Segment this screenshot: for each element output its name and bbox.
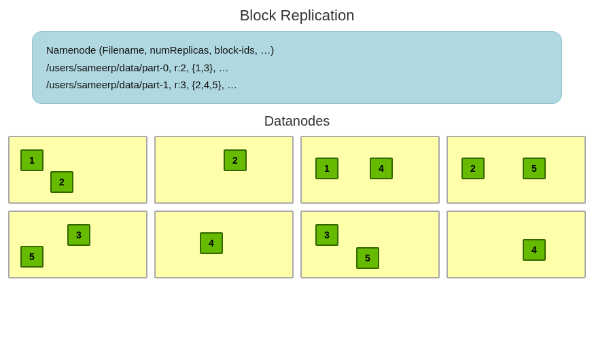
block-badge: 1	[20, 149, 43, 171]
block-badge: 2	[461, 158, 485, 179]
datanode-cell: 14	[300, 136, 440, 204]
datanode-cell: 25	[447, 136, 586, 204]
block-badge: 5	[356, 247, 379, 269]
datanodes-label: Datanodes	[0, 113, 594, 129]
block-badge: 4	[200, 232, 223, 254]
datanode-cell: 2	[154, 136, 294, 204]
namenode-line-2: /users/sameerp/data/part-0, r:2, {1,3}, …	[46, 59, 548, 77]
datanode-cell: 53	[8, 211, 147, 278]
datanode-cell: 35	[300, 211, 440, 278]
datanode-cell: 4	[154, 211, 294, 278]
namenode-line-1: Namenode (Filename, numReplicas, block-i…	[46, 41, 548, 59]
datanode-grid: 1221425534354	[8, 136, 586, 278]
namenode-box: Namenode (Filename, numReplicas, block-i…	[32, 31, 562, 104]
block-badge: 5	[20, 246, 43, 268]
block-badge: 5	[523, 158, 546, 179]
block-badge: 3	[67, 224, 90, 246]
page-title: Block Replication	[0, 0, 594, 31]
block-badge: 1	[315, 158, 338, 179]
block-badge: 4	[523, 239, 546, 261]
block-badge: 2	[224, 149, 247, 171]
block-badge: 3	[315, 224, 338, 246]
block-badge: 2	[50, 171, 73, 193]
datanode-cell: 4	[447, 211, 586, 278]
namenode-line-3: /users/sameerp/data/part-1, r:3, {2,4,5}…	[46, 76, 548, 94]
datanode-cell: 12	[8, 136, 147, 204]
block-badge: 4	[370, 158, 393, 179]
